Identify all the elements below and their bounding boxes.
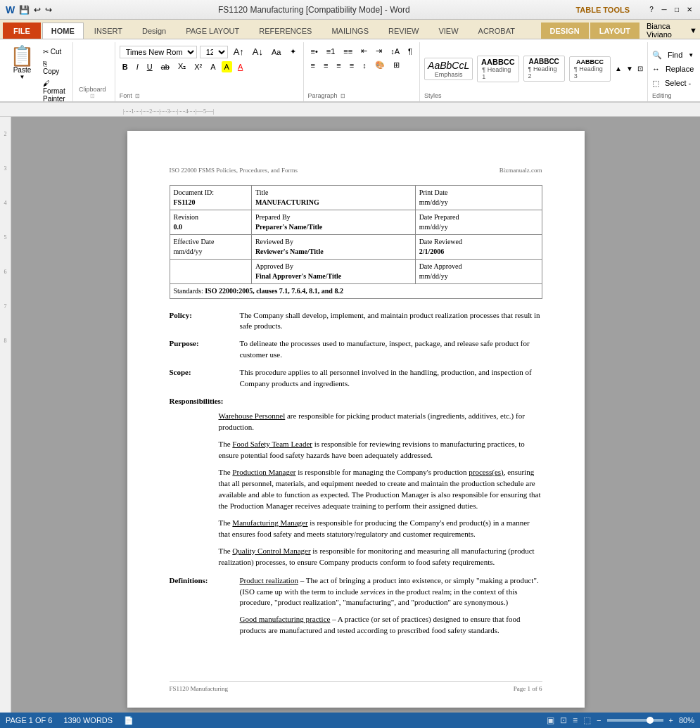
font-name-select[interactable]: Times New Roman xyxy=(120,46,197,58)
redo-btn[interactable]: ↪ xyxy=(45,5,52,15)
style-heading3[interactable]: AABBCC ¶ Heading 3 xyxy=(569,56,611,82)
window-title: FS1120 Manufacturing [Compatibility Mode… xyxy=(52,5,575,15)
font-color-btn[interactable]: A xyxy=(235,61,246,72)
paragraph-group: ≡• ≡1 ≡≡ ⇤ ⇥ ↕A ¶ ≡ ≡ ≡ ≡ ↕ 🎨 ⊞ Paragrap… xyxy=(304,42,420,101)
scope-text: This procedure applies to all personnel … xyxy=(240,367,542,389)
close-btn[interactable]: ✕ xyxy=(685,5,694,15)
policy-section: Policy: The Company shall develop, imple… xyxy=(170,310,542,332)
text-highlight-btn[interactable]: A xyxy=(222,61,232,72)
change-case-btn[interactable]: Aa xyxy=(269,46,284,58)
styles-expand[interactable]: ⊡ xyxy=(637,65,643,72)
align-right-btn[interactable]: ≡ xyxy=(333,60,343,71)
strikethrough-btn[interactable]: ab xyxy=(158,61,172,72)
header-right: Bizmanualz.com xyxy=(499,166,542,175)
date-approved-value: mm/dd/yy xyxy=(419,272,538,281)
paragraph-expand[interactable]: ⊡ xyxy=(341,93,345,99)
underline-button[interactable]: U xyxy=(144,61,155,72)
subscript-btn[interactable]: X₂ xyxy=(175,60,189,72)
decrease-indent-btn[interactable]: ⇤ xyxy=(358,45,370,57)
date-reviewed-value: 2/1/2006 xyxy=(419,247,538,257)
sort-btn[interactable]: ↕A xyxy=(388,46,402,57)
bold-button[interactable]: B xyxy=(120,61,131,72)
heading2-label: ¶ Heading 2 xyxy=(528,65,560,79)
clear-format-btn[interactable]: ✦ xyxy=(287,46,299,58)
increase-indent-btn[interactable]: ⇥ xyxy=(373,45,385,57)
tab-table-design[interactable]: DESIGN xyxy=(541,23,589,39)
minimize-btn[interactable]: ─ xyxy=(659,5,669,15)
zoom-level[interactable]: 80% xyxy=(679,716,694,724)
maximize-btn[interactable]: □ xyxy=(672,5,682,15)
gmp-term: Good manufacturing practice xyxy=(240,615,331,623)
increase-font-btn[interactable]: A↑ xyxy=(231,45,247,58)
find-button[interactable]: Find xyxy=(665,49,685,60)
view-draft-btn[interactable]: ⬚ xyxy=(583,715,591,725)
font-expand[interactable]: ⊡ xyxy=(135,93,140,99)
status-bar: PAGE 1 OF 6 1390 WORDS 📄 ▣ ⊡ ≡ ⬚ − + 80% xyxy=(0,713,700,728)
zoom-out-btn[interactable]: − xyxy=(597,716,601,724)
select-button[interactable]: Select - xyxy=(662,77,694,89)
zoom-in-btn[interactable]: + xyxy=(669,716,673,724)
responsibilities-section: Responsibilities: Warehouse Personnel ar… xyxy=(170,396,542,568)
style-heading2[interactable]: AABBCC ¶ Heading 2 xyxy=(523,56,565,82)
heading1-preview: AABBCC xyxy=(481,58,515,66)
styles-scroll-up[interactable]: ▲ xyxy=(615,65,622,72)
quick-access-save[interactable]: 💾 xyxy=(19,5,30,15)
fst-intro: The xyxy=(219,440,233,448)
italic-button[interactable]: I xyxy=(134,61,141,72)
numbering-btn[interactable]: ≡1 xyxy=(324,46,338,57)
zoom-slider[interactable] xyxy=(607,719,663,722)
tab-page-layout[interactable]: PAGE LAYOUT xyxy=(177,23,248,39)
align-left-btn[interactable]: ≡ xyxy=(308,60,318,71)
tab-view[interactable]: VIEW xyxy=(429,23,467,39)
replace-button[interactable]: Replace xyxy=(663,63,696,75)
undo-btn[interactable]: ↩ xyxy=(34,5,41,15)
tab-home[interactable]: HOME xyxy=(42,23,84,39)
superscript-btn[interactable]: X² xyxy=(191,61,205,72)
help-btn[interactable]: ? xyxy=(647,5,656,15)
show-formatting-btn[interactable]: ¶ xyxy=(405,46,415,57)
qcm-para: The Quality Control Manager is responsib… xyxy=(219,546,542,568)
copy-button[interactable]: ⎘ Copy xyxy=(40,58,68,77)
style-emphasis[interactable]: AaBbCcL Emphasis xyxy=(424,58,473,80)
cut-button[interactable]: ✂ Cut xyxy=(40,46,68,57)
bullets-btn[interactable]: ≡• xyxy=(308,46,321,57)
style-heading1[interactable]: AABBCC ¶ Heading 1 xyxy=(477,56,518,82)
tab-references[interactable]: REFERENCES xyxy=(250,23,321,39)
reviewed-by-label: Reviewed By xyxy=(255,237,412,247)
tab-mailings[interactable]: MAILINGS xyxy=(322,23,378,39)
find-row: 🔍 Find ▼ xyxy=(652,49,696,60)
view-print-btn[interactable]: ▣ xyxy=(547,715,554,725)
editing-group: 🔍 Find ▼ ↔ Replace ⬚ Select - Editing xyxy=(648,42,700,101)
tab-file[interactable]: FILE xyxy=(3,23,41,39)
view-outline-btn[interactable]: ≡ xyxy=(573,715,578,725)
gmp-label-spacer xyxy=(170,614,233,637)
line-spacing-btn[interactable]: ↕ xyxy=(359,60,369,71)
tab-review[interactable]: REVIEW xyxy=(379,23,428,39)
borders-btn[interactable]: ⊞ xyxy=(390,59,402,71)
clipboard-expand[interactable]: ⊡ xyxy=(90,93,95,99)
align-center-btn[interactable]: ≡ xyxy=(321,60,331,71)
shading-btn[interactable]: 🎨 xyxy=(372,59,388,71)
justify-btn[interactable]: ≡ xyxy=(347,60,357,71)
tab-design[interactable]: Design xyxy=(133,23,175,39)
text-effect-btn[interactable]: A xyxy=(208,61,218,72)
replace-icon: ↔ xyxy=(652,65,660,73)
paste-button[interactable]: 📋 Paste ▼ xyxy=(7,45,37,101)
tab-table-layout[interactable]: LAYOUT xyxy=(590,23,639,39)
multilevel-btn[interactable]: ≡≡ xyxy=(341,46,355,57)
format-painter-button[interactable]: 🖌 Format Painter xyxy=(40,78,68,104)
heading3-preview: AABBCC xyxy=(576,58,604,65)
decrease-font-btn[interactable]: A↓ xyxy=(250,45,266,58)
tab-acrobat[interactable]: ACROBAT xyxy=(469,23,524,39)
fst-name: Food Safety Team Leader xyxy=(232,440,312,448)
mm-name: Manufacturing Manager xyxy=(232,518,307,527)
view-web-btn[interactable]: ⊡ xyxy=(560,715,567,725)
font-size-select[interactable]: 12 xyxy=(200,46,228,58)
paste-dropdown[interactable]: ▼ xyxy=(20,74,25,80)
find-dropdown[interactable]: ▼ xyxy=(688,52,694,58)
tab-insert[interactable]: INSERT xyxy=(85,23,132,39)
styles-scroll-down[interactable]: ▼ xyxy=(626,65,633,72)
select-icon: ⬚ xyxy=(652,79,659,88)
account-icon[interactable]: ▼ xyxy=(689,26,697,34)
document-area[interactable]: ISO 22000 FSMS Policies, Procedures, and… xyxy=(11,117,700,713)
